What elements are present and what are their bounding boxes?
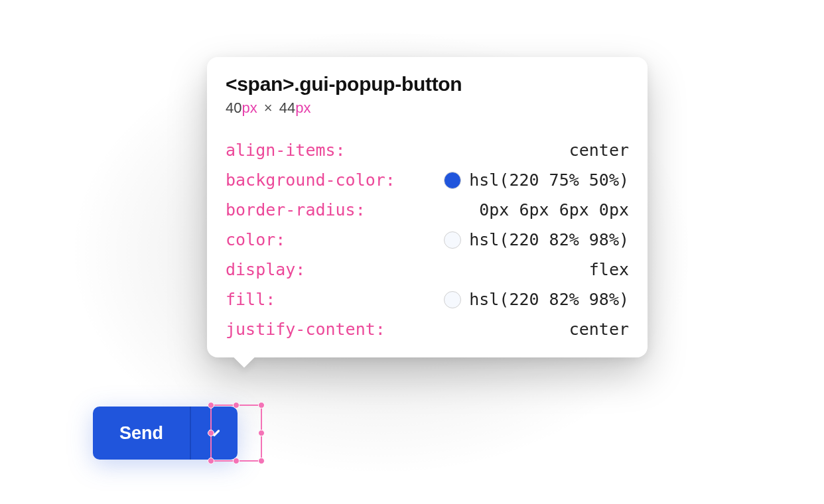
dim-height: 44: [279, 99, 295, 116]
css-property-name: border-radius: [226, 200, 366, 220]
dim-width-unit: px: [241, 99, 257, 116]
send-button-label: Send: [119, 423, 163, 444]
color-swatch: [444, 172, 461, 189]
css-property-name: background-color: [226, 170, 395, 190]
css-property-value: flex: [589, 260, 629, 279]
css-property-value-text: center: [569, 320, 629, 339]
color-swatch: [444, 231, 461, 249]
css-property-value: 0px 6px 6px 0px: [479, 200, 629, 220]
dim-times: ×: [264, 99, 273, 116]
chevron-down-icon: [206, 424, 223, 442]
css-property-value-text: 0px 6px 6px 0px: [479, 200, 629, 220]
css-property-value-text: hsl(220 82% 98%): [469, 230, 629, 249]
css-property-row: background-colorhsl(220 75% 50%): [226, 170, 629, 190]
css-property-value: center: [569, 141, 629, 160]
css-property-name: justify-content: [226, 320, 385, 339]
send-split-button: Send: [93, 407, 238, 460]
tooltip-header: <span>.gui-popup-button 40px × 44px: [207, 57, 648, 119]
selector-line: <span>.gui-popup-button: [226, 73, 629, 95]
css-property-name: color: [226, 230, 285, 249]
popup-toggle-button[interactable]: [190, 407, 238, 460]
css-property-row: displayflex: [226, 260, 629, 279]
tooltip-tail: [234, 347, 254, 367]
css-property-row: colorhsl(220 82% 98%): [226, 230, 629, 249]
css-property-value-text: flex: [589, 260, 629, 279]
dim-width: 40: [226, 99, 241, 116]
css-property-name: fill: [226, 290, 275, 309]
selection-handle[interactable]: [258, 458, 265, 464]
selection-handle[interactable]: [258, 402, 265, 409]
send-button[interactable]: Send: [93, 407, 190, 460]
css-property-value-text: hsl(220 82% 98%): [469, 290, 629, 309]
css-property-value-text: hsl(220 75% 50%): [469, 170, 629, 190]
dim-height-unit: px: [295, 99, 310, 116]
css-property-value: center: [569, 320, 629, 339]
css-property-list: align-itemscenterbackground-colorhsl(220…: [207, 119, 648, 339]
css-property-name: align-items: [226, 141, 346, 160]
selector-class: .gui-popup-button: [294, 73, 462, 95]
css-property-value: hsl(220 82% 98%): [444, 230, 629, 249]
css-property-row: align-itemscenter: [226, 141, 629, 160]
style-tooltip: <span>.gui-popup-button 40px × 44px alig…: [207, 57, 648, 357]
css-property-row: fillhsl(220 82% 98%): [226, 290, 629, 309]
selector-tag: <span>: [226, 73, 294, 95]
selection-handle[interactable]: [258, 430, 265, 436]
css-property-value: hsl(220 75% 50%): [444, 170, 629, 190]
css-property-name: display: [226, 260, 305, 279]
css-property-value: hsl(220 82% 98%): [444, 290, 629, 309]
color-swatch: [444, 291, 461, 308]
css-property-value-text: center: [569, 141, 629, 160]
dimensions-line: 40px × 44px: [226, 99, 629, 117]
css-property-row: justify-contentcenter: [226, 320, 629, 339]
css-property-row: border-radius0px 6px 6px 0px: [226, 200, 629, 220]
